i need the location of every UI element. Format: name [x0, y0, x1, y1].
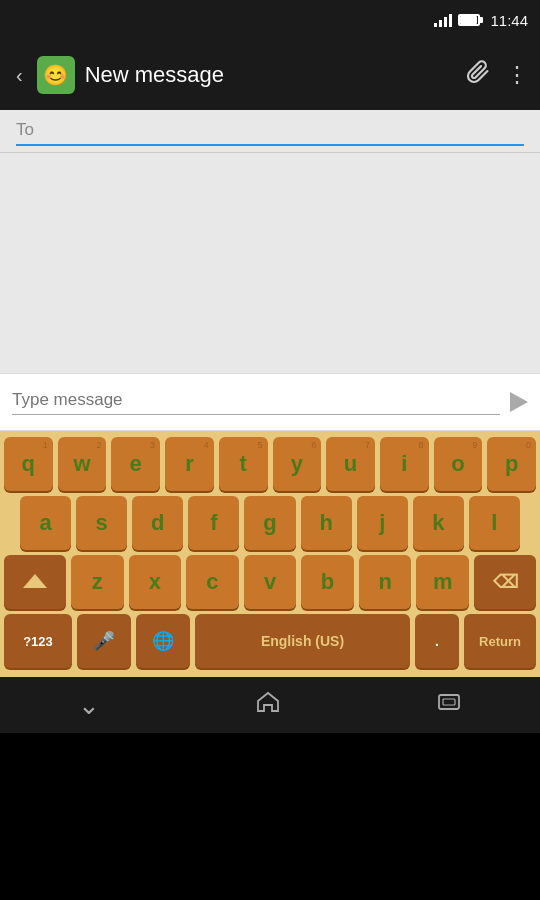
key-o[interactable]: 9o [434, 437, 483, 491]
key-u[interactable]: 7u [326, 437, 375, 491]
key-l[interactable]: l [469, 496, 520, 550]
page-title: New message [85, 62, 456, 88]
more-options-button[interactable]: ⋮ [506, 62, 528, 88]
key-p[interactable]: 0p [487, 437, 536, 491]
key-y[interactable]: 6y [273, 437, 322, 491]
period-key[interactable]: . [415, 614, 459, 668]
key-f[interactable]: f [188, 496, 239, 550]
key-x[interactable]: x [129, 555, 182, 609]
type-input-wrapper [12, 390, 500, 415]
key-a[interactable]: a [20, 496, 71, 550]
key-q[interactable]: 1q [4, 437, 53, 491]
svg-rect-1 [443, 699, 455, 705]
key-g[interactable]: g [244, 496, 295, 550]
to-field-wrapper: To [16, 120, 524, 146]
key-m[interactable]: m [416, 555, 469, 609]
back-button[interactable]: ‹ [12, 60, 27, 91]
send-arrow-icon [510, 392, 528, 412]
key-k[interactable]: k [413, 496, 464, 550]
signal-icon [434, 13, 452, 27]
mic-key[interactable]: 🎤 [77, 614, 131, 668]
app-bar: ‹ 😊 New message ⋮ [0, 40, 540, 110]
backspace-icon: ⌫ [493, 571, 518, 593]
keyboard-row-4: ?123 🎤 🌐 English (US) . Return [4, 614, 536, 668]
shift-key[interactable] [4, 555, 66, 609]
time-display: 11:44 [490, 12, 528, 29]
key-d[interactable]: d [132, 496, 183, 550]
key-e[interactable]: 3e [111, 437, 160, 491]
nav-bar: ⌄ [0, 677, 540, 733]
to-label: To [16, 120, 34, 140]
nav-recent-button[interactable] [436, 692, 462, 718]
key-t[interactable]: 5t [219, 437, 268, 491]
fn-123-key[interactable]: ?123 [4, 614, 72, 668]
status-bar: 11:44 [0, 0, 540, 40]
toolbar-icons: ⋮ [466, 60, 528, 90]
status-icons: 11:44 [434, 12, 528, 29]
key-n[interactable]: n [359, 555, 412, 609]
key-s[interactable]: s [76, 496, 127, 550]
key-z[interactable]: z [71, 555, 124, 609]
attach-button[interactable] [466, 60, 490, 90]
keyboard-row-3: z x c v b n m ⌫ [4, 555, 536, 609]
globe-key[interactable]: 🌐 [136, 614, 190, 668]
app-icon: 😊 [37, 56, 75, 94]
nav-home-button[interactable] [255, 691, 281, 719]
svg-rect-0 [439, 695, 459, 709]
key-i[interactable]: 8i [380, 437, 429, 491]
battery-icon [458, 14, 480, 26]
key-c[interactable]: c [186, 555, 239, 609]
keyboard-row-2: a s d f g h j k l [4, 496, 536, 550]
key-v[interactable]: v [244, 555, 297, 609]
key-j[interactable]: j [357, 496, 408, 550]
type-message-input[interactable] [12, 390, 500, 410]
key-r[interactable]: 4r [165, 437, 214, 491]
keyboard: 1q 2w 3e 4r 5t 6y 7u 8i 9o 0p a s d f g … [0, 431, 540, 677]
smiley-icon: 😊 [43, 63, 68, 87]
backspace-key[interactable]: ⌫ [474, 555, 536, 609]
to-input[interactable] [34, 120, 524, 140]
key-b[interactable]: b [301, 555, 354, 609]
shift-icon [23, 574, 47, 588]
return-key[interactable]: Return [464, 614, 536, 668]
space-key[interactable]: English (US) [195, 614, 410, 668]
send-button[interactable] [510, 392, 528, 412]
key-w[interactable]: 2w [58, 437, 107, 491]
type-message-bar [0, 373, 540, 431]
nav-back-button[interactable]: ⌄ [78, 690, 100, 721]
key-h[interactable]: h [301, 496, 352, 550]
keyboard-row-1: 1q 2w 3e 4r 5t 6y 7u 8i 9o 0p [4, 437, 536, 491]
content-area [0, 153, 540, 373]
message-area: To [0, 110, 540, 153]
